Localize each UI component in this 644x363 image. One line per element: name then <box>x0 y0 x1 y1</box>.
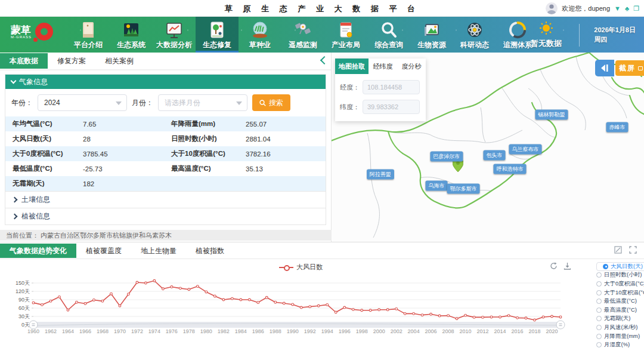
tab-气象数据趋势变化[interactable]: 气象数据趋势变化 <box>0 244 76 258</box>
map-label-巴彦淖尔市[interactable]: 巴彦淖尔市 <box>430 152 463 162</box>
radio-icon <box>596 272 602 278</box>
refresh-icon[interactable] <box>550 262 558 270</box>
svg-text:2016: 2016 <box>512 328 524 334</box>
map-label-赤峰市[interactable]: 赤峰市 <box>606 122 628 132</box>
year-select[interactable]: 2024 <box>38 94 127 111</box>
user-avatar[interactable] <box>546 2 558 14</box>
nav-item-综合查询[interactable]: 综合查询 <box>367 17 410 53</box>
svg-text:90天: 90天 <box>18 297 30 303</box>
bottom-panel: 气象数据趋势变化植被覆盖度地上生物量植被指数 大风日数 0天30天60天90天1… <box>0 242 644 363</box>
metric-radio-group: 大风日数(天)日照时数(小时)大于0度积温(°C)大于10度积温(°C)最低温度… <box>596 262 644 349</box>
tab-相关案例[interactable]: 相关案例 <box>95 53 143 69</box>
svg-text:1996: 1996 <box>339 328 351 334</box>
download-icon[interactable] <box>564 262 571 270</box>
radio-大于10度积温(°C)[interactable]: 大于10度积温(°C) <box>596 288 644 297</box>
svg-text:1966: 1966 <box>79 328 91 334</box>
search-button[interactable]: 搜索 <box>252 94 290 111</box>
trend-toggle-icon[interactable] <box>614 246 622 254</box>
radio-无霜期(天)[interactable]: 无霜期(天) <box>596 315 644 324</box>
svg-text:2014: 2014 <box>494 328 506 334</box>
svg-text:2004: 2004 <box>408 328 420 334</box>
map-label-鄂尔多斯市[interactable]: 鄂尔多斯市 <box>447 183 480 193</box>
logo[interactable]: 蒙草 M-GRASS <box>11 23 53 41</box>
picker-tab-地图拾取[interactable]: 地图拾取 <box>335 59 369 74</box>
picker-tab-经纬度[interactable]: 经纬度 <box>369 59 397 74</box>
tab-地上生物量[interactable]: 地上生物量 <box>131 244 186 258</box>
date-display: 2026年1月8日 周四 <box>594 25 636 44</box>
radio-icon <box>596 342 602 347</box>
nav-item-生物资源[interactable]: 生物资源 <box>410 17 453 53</box>
radio-最高温度(°C)[interactable]: 最高温度(°C) <box>596 306 644 315</box>
chevron-down-icon <box>116 101 122 105</box>
map-label-包头市[interactable]: 包头市 <box>484 150 506 161</box>
nav-item-科研动态[interactable]: 科研动态 <box>453 17 496 53</box>
picker-tab-度分秒[interactable]: 度分秒 <box>397 59 426 74</box>
map-label-锡林郭勒盟[interactable]: 锡林郭勒盟 <box>535 109 568 119</box>
panel-collapse-button[interactable] <box>595 60 614 76</box>
doc-icon <box>337 20 355 40</box>
month-select[interactable]: 请选择月份 <box>158 94 247 111</box>
window-icon[interactable]: ❐ <box>633 5 639 12</box>
sun-icon <box>538 21 554 35</box>
svg-text:1964: 1964 <box>62 328 74 334</box>
map-label-阿拉善盟[interactable]: 阿拉善盟 <box>367 170 394 180</box>
latitude-field[interactable] <box>363 100 420 114</box>
satellite-icon <box>294 20 312 40</box>
nav-item-大数据分析[interactable]: 大数据分析 <box>153 17 196 53</box>
map-label-乌兰察布市[interactable]: 乌兰察布市 <box>509 144 541 154</box>
atom-icon <box>466 20 484 40</box>
fullscreen-icon[interactable] <box>629 246 637 254</box>
chevron-down-icon <box>236 101 242 105</box>
svg-text:1988: 1988 <box>270 328 281 334</box>
year-label: 年份： <box>11 98 33 108</box>
line-chart[interactable]: 0天30天60天90天120天150天196019621964196619681… <box>2 270 572 347</box>
section-植被信息[interactable]: 植被信息 <box>5 208 326 224</box>
chart-icon <box>165 20 183 40</box>
radio-大风日数(天)[interactable]: 大风日数(天) <box>596 262 644 271</box>
svg-text:2008: 2008 <box>442 328 454 334</box>
radio-icon <box>596 307 602 313</box>
svg-text:150天: 150天 <box>16 280 30 286</box>
section-土壤信息[interactable]: 土壤信息 <box>5 191 326 208</box>
info-card: 气象信息 年份： 2024 月份： 请选择月份 搜索 年均气温(°C)7.65年… <box>5 74 326 225</box>
screenshot-button[interactable]: 截屏 <box>615 60 644 76</box>
collapse-panel-icon[interactable] <box>320 56 329 64</box>
search-icon <box>259 100 266 106</box>
nav-item-草种业[interactable]: 草种业 <box>239 17 281 53</box>
nav-item-遥感监测[interactable]: 遥感监测 <box>281 17 324 53</box>
svg-text:2000: 2000 <box>373 328 385 334</box>
nav-item-生态修复[interactable]: 生态修复 <box>196 17 239 53</box>
tab-修复方案[interactable]: 修复方案 <box>48 53 95 69</box>
svg-text:1992: 1992 <box>304 328 316 334</box>
location-label: 当前位置： <box>6 232 39 239</box>
chevron-right-icon <box>12 197 18 203</box>
dome-icon <box>251 20 269 40</box>
top-bar: 草 原 生 态 产 业 大 数 据 平 台 欢迎您，dupeng ▼ ♣ ❐ <box>0 0 644 17</box>
radio-大于0度积温(°C)[interactable]: 大于0度积温(°C) <box>596 279 644 288</box>
svg-text:1974: 1974 <box>148 328 160 334</box>
nav-item-产业布局[interactable]: 产业布局 <box>324 17 367 53</box>
svg-text:60天: 60天 <box>18 305 30 311</box>
radio-日照时数(小时)[interactable]: 日照时数(小时) <box>596 271 644 280</box>
nav-item-平台介绍[interactable]: 平台介绍 <box>67 17 110 53</box>
radio-最低温度(°C)[interactable]: 最低温度(°C) <box>596 297 644 306</box>
dropdown-icon[interactable]: ▼ <box>614 5 621 12</box>
map-label-呼和浩特市[interactable]: 呼和浩特市 <box>494 164 527 174</box>
map-label-乌海市[interactable]: 乌海市 <box>426 180 448 190</box>
longitude-field[interactable] <box>363 80 420 94</box>
weather-section-header[interactable]: 气象信息 <box>5 75 326 89</box>
radio-月湿度(%)[interactable]: 月湿度(%) <box>596 340 644 349</box>
svg-text:2012: 2012 <box>477 328 489 334</box>
weather-status: 暂无数据 <box>519 38 574 49</box>
svg-text:1986: 1986 <box>252 328 264 334</box>
svg-text:1972: 1972 <box>131 328 143 334</box>
nav-item-生态系统[interactable]: 生态系统 <box>110 17 153 53</box>
tab-植被覆盖度[interactable]: 植被覆盖度 <box>76 244 131 258</box>
tab-本底数据[interactable]: 本底数据 <box>0 53 48 69</box>
weather-data-row: 最低温度(°C)-25.73最高温度(°C)35.13 <box>5 161 326 176</box>
radio-月风速(米/秒)[interactable]: 月风速(米/秒) <box>596 323 644 332</box>
radio-月降雨量(mm)[interactable]: 月降雨量(mm) <box>596 332 644 341</box>
theme-icon[interactable]: ♣ <box>625 5 629 12</box>
svg-text:1962: 1962 <box>45 328 57 334</box>
tab-植被指数[interactable]: 植被指数 <box>186 244 234 258</box>
